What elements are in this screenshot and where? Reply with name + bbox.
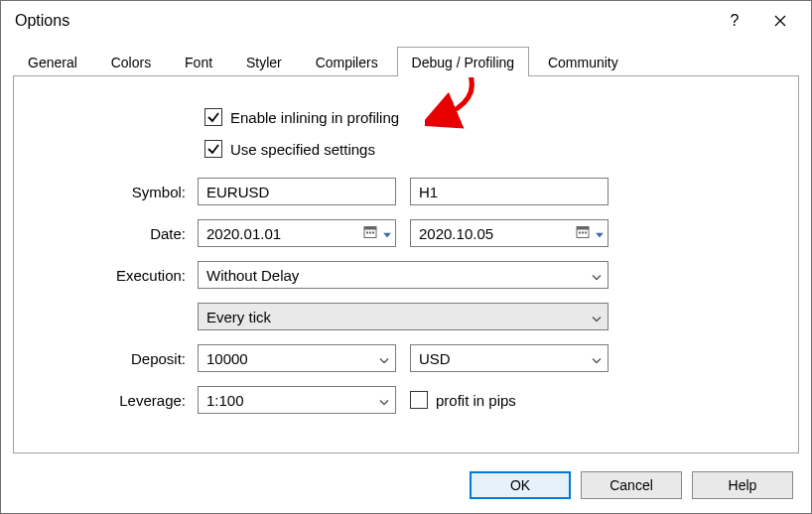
- chevron-down-icon: [383, 225, 391, 242]
- enable-inlining-label: Enable inlining in profiling: [230, 109, 399, 126]
- symbol-input[interactable]: EURUSD: [198, 178, 396, 205]
- ok-button[interactable]: OK: [470, 471, 571, 499]
- tab-general[interactable]: General: [13, 47, 92, 76]
- svg-rect-3: [369, 232, 371, 234]
- svg-rect-7: [579, 232, 581, 234]
- svg-rect-9: [585, 232, 587, 234]
- execution-label: Execution:: [34, 267, 198, 284]
- svg-rect-8: [582, 232, 584, 234]
- enable-inlining-checkbox[interactable]: [204, 108, 222, 126]
- svg-rect-6: [577, 227, 589, 230]
- deposit-select[interactable]: 10000: [198, 344, 396, 372]
- chevron-down-icon: [592, 267, 602, 284]
- date-to-picker[interactable]: 2020.10.05: [410, 219, 609, 247]
- titlebar: Options ?: [1, 1, 811, 41]
- profit-in-pips-label: profit in pips: [436, 392, 516, 409]
- tick-mode-select[interactable]: Every tick: [198, 303, 609, 330]
- chevron-down-icon: [379, 392, 389, 409]
- currency-select[interactable]: USD: [410, 344, 609, 372]
- tab-compilers[interactable]: Compilers: [301, 47, 393, 76]
- options-dialog: Options ? General Colors Font Styler Com…: [0, 0, 812, 514]
- svg-rect-1: [364, 227, 376, 230]
- tab-styler[interactable]: Styler: [231, 47, 297, 76]
- chevron-down-icon: [379, 350, 389, 367]
- debug-profiling-panel: Enable inlining in profiling Use specifi…: [13, 76, 799, 453]
- help-button[interactable]: Help: [692, 471, 793, 499]
- chevron-down-icon: [592, 309, 602, 325]
- svg-rect-4: [372, 232, 374, 234]
- chevron-down-icon: [592, 350, 602, 367]
- tab-debug-profiling[interactable]: Debug / Profiling: [397, 47, 530, 76]
- button-bar: OK Cancel Help: [470, 471, 793, 499]
- date-label: Date:: [34, 225, 198, 242]
- date-from-picker[interactable]: 2020.01.01: [198, 219, 396, 247]
- profit-in-pips-checkbox[interactable]: [410, 391, 428, 409]
- tab-colors[interactable]: Colors: [96, 47, 166, 76]
- calendar-icon: [363, 225, 377, 242]
- leverage-label: Leverage:: [34, 392, 198, 409]
- close-icon[interactable]: [757, 6, 803, 36]
- calendar-icon: [576, 225, 590, 242]
- svg-rect-2: [366, 232, 368, 234]
- tab-font[interactable]: Font: [170, 47, 227, 76]
- help-icon[interactable]: ?: [712, 6, 757, 36]
- deposit-label: Deposit:: [34, 350, 198, 367]
- use-specified-checkbox[interactable]: [204, 140, 222, 158]
- symbol-label: Symbol:: [34, 184, 198, 200]
- cancel-button[interactable]: Cancel: [581, 471, 682, 499]
- use-specified-label: Use specified settings: [230, 141, 375, 158]
- window-title: Options: [15, 12, 712, 30]
- chevron-down-icon: [596, 225, 604, 242]
- tab-community[interactable]: Community: [533, 47, 633, 76]
- tabstrip: General Colors Font Styler Compilers Deb…: [13, 47, 799, 76]
- execution-select[interactable]: Without Delay: [198, 261, 609, 289]
- timeframe-input[interactable]: H1: [410, 178, 609, 205]
- leverage-select[interactable]: 1:100: [198, 386, 396, 414]
